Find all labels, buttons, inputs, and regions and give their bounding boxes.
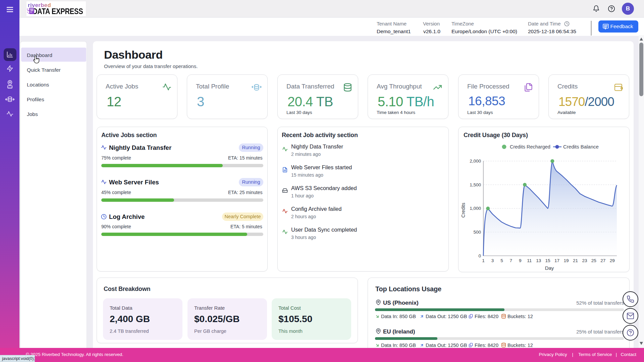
svg-text:1,000: 1,000 [470,206,481,211]
svg-text:Credits Balance: Credits Balance [563,144,599,149]
svg-text:3: 3 [491,258,494,263]
svg-text:27: 27 [600,258,605,263]
svg-text:17: 17 [554,258,559,263]
svg-text:Day: Day [545,265,554,271]
svg-text:Credits Recharged: Credits Recharged [510,144,550,149]
svg-text:0: 0 [478,253,481,258]
svg-text:11: 11 [527,258,532,263]
svg-text:500: 500 [473,230,481,235]
svg-text:2,000: 2,000 [470,159,481,164]
svg-text:1: 1 [482,258,485,263]
svg-text:Credits: Credits [461,203,466,218]
svg-text:29: 29 [610,258,615,263]
svg-text:19: 19 [564,258,569,263]
svg-text:13: 13 [536,258,541,263]
svg-text:23: 23 [582,258,587,263]
svg-text:7: 7 [510,258,513,263]
svg-text:1,500: 1,500 [470,182,481,187]
svg-text:15: 15 [545,258,550,263]
svg-text:9: 9 [519,258,522,263]
svg-text:21: 21 [573,258,578,263]
svg-text:5: 5 [500,258,503,263]
svg-text:25: 25 [591,258,596,263]
